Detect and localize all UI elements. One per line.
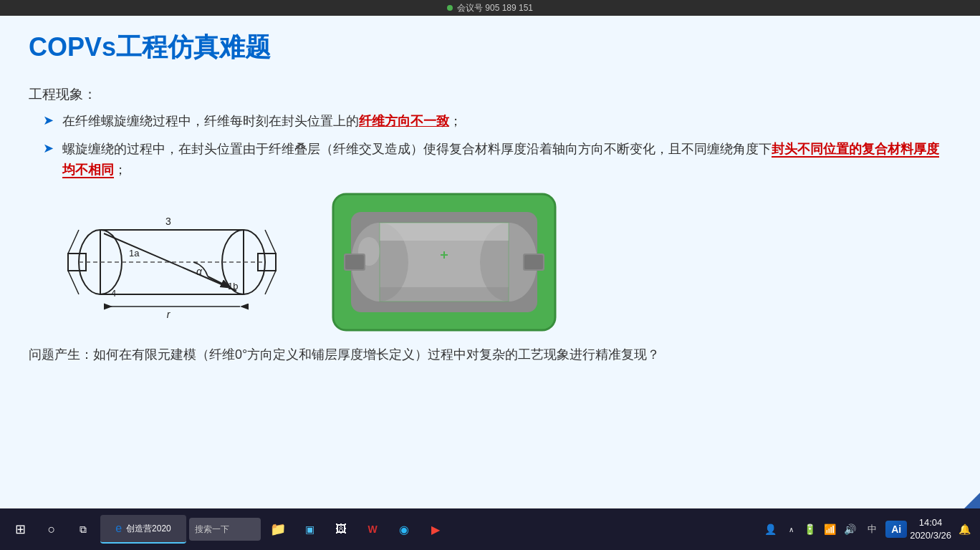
svg-text:1a: 1a xyxy=(129,248,140,259)
bullet1-suffix: ； xyxy=(449,114,462,128)
map-icon: ◉ xyxy=(399,523,409,536)
bullet1-prefix: 在纤维螺旋缠绕过程中，纤维每时刻在封头位置上的 xyxy=(62,114,359,128)
office-app-button[interactable]: W xyxy=(358,515,387,544)
svg-line-4 xyxy=(68,230,79,254)
svg-line-8 xyxy=(265,271,276,294)
office-icon: W xyxy=(368,524,377,535)
terminal-icon: ▣ xyxy=(305,524,314,535)
slide-title: COPVs工程仿真难题 xyxy=(29,30,951,71)
media-app-button[interactable]: 🖼 xyxy=(327,515,355,544)
battery-icon[interactable]: 🔋 xyxy=(801,515,818,544)
task-view-icon: ⧉ xyxy=(80,524,87,536)
media-icon: 🖼 xyxy=(335,523,347,536)
search-button[interactable]: ○ xyxy=(37,515,66,544)
svg-line-5 xyxy=(68,271,79,294)
3d-model xyxy=(330,190,559,334)
search-circle-icon: ○ xyxy=(48,522,56,537)
svg-rect-3 xyxy=(68,254,86,271)
meeting-info: 会议号 905 189 151 xyxy=(447,2,533,14)
status-dot xyxy=(447,5,453,11)
chevron-up-icon: ∧ xyxy=(789,526,794,534)
start-button[interactable]: ⊞ xyxy=(6,515,34,544)
ai-label: Ai xyxy=(891,524,901,535)
system-tray: 👤 ∧ 🔋 📶 🔊 中 Ai 14:04 2020/3/26 xyxy=(759,515,974,544)
map-app-button[interactable]: ◉ xyxy=(390,515,418,544)
svg-rect-32 xyxy=(380,287,509,301)
images-row: 3 1a α 1b 4 r xyxy=(57,190,951,334)
file-explorer-button[interactable]: 📁 xyxy=(264,515,292,544)
svg-text:α: α xyxy=(196,266,203,277)
notification-icon: 🔔 xyxy=(959,524,971,535)
date: 2020/3/26 xyxy=(910,529,951,542)
terminal-button[interactable]: ▣ xyxy=(295,515,324,544)
bullet-item-1: ➤ 在纤维螺旋缠绕过程中，纤维每时刻在封头位置上的纤维方向不一致； xyxy=(29,111,951,132)
section-label: 工程现象： xyxy=(29,85,951,104)
start-icon: ⊞ xyxy=(15,521,26,537)
notification-button[interactable]: 🔔 xyxy=(954,515,974,544)
folder-icon: 📁 xyxy=(270,521,286,537)
bullet1-highlight: 纤维方向不一致 xyxy=(359,114,449,128)
play-icon: ▶ xyxy=(431,523,440,536)
technical-diagram: 3 1a α 1b 4 r xyxy=(57,190,287,334)
language-button[interactable]: 中 xyxy=(861,515,883,544)
svg-text:4: 4 xyxy=(111,288,116,299)
meeting-bar: 会议号 905 189 151 xyxy=(0,0,980,16)
player-button[interactable]: ▶ xyxy=(421,515,450,544)
bullet2-text: 螺旋缠绕的过程中，在封头位置由于纤维叠层（纤维交叉造成）使得复合材料厚度沿着轴向… xyxy=(62,142,772,156)
svg-rect-28 xyxy=(524,255,543,269)
task-view-button[interactable]: ⧉ xyxy=(69,515,97,544)
svg-text:1b: 1b xyxy=(228,281,238,291)
svg-rect-26 xyxy=(345,255,364,269)
taskbar-time[interactable]: 14:04 2020/3/26 xyxy=(910,516,951,542)
taskbar: ⊞ ○ ⧉ e 创造营2020 搜索一下 📁 ▣ 🖼 W ◉ ▶ xyxy=(0,508,980,550)
network-icon[interactable]: 📶 xyxy=(821,515,838,544)
bullet-text-1: 在纤维螺旋缠绕过程中，纤维每时刻在封头位置上的纤维方向不一致； xyxy=(62,111,462,132)
bullet-arrow-2: ➤ xyxy=(43,140,54,156)
lang-badge: 中 xyxy=(868,523,877,536)
volume-icon[interactable]: 🔊 xyxy=(841,515,858,544)
ai-badge[interactable]: Ai xyxy=(885,521,907,538)
meeting-text: 会议号 905 189 151 xyxy=(457,2,533,14)
svg-line-7 xyxy=(265,230,276,254)
browser-icon: e xyxy=(115,522,122,535)
footer-text: 问题产生：如何在有限元建模（纤维0°方向定义和铺层厚度增长定义）过程中对复杂的工… xyxy=(29,344,951,365)
search-box[interactable]: 搜索一下 xyxy=(189,518,261,541)
bullet-text-2: 螺旋缠绕的过程中，在封头位置由于纤维叠层（纤维交叉造成）使得复合材料厚度沿着轴向… xyxy=(62,139,951,180)
clock: 14:04 xyxy=(910,516,951,529)
bullet-arrow-1: ➤ xyxy=(43,112,54,128)
browser-label: 创造营2020 xyxy=(126,523,171,535)
search-box-label: 搜索一下 xyxy=(195,524,229,536)
svg-rect-29 xyxy=(380,223,509,241)
bullet-item-2: ➤ 螺旋缠绕的过程中，在封头位置由于纤维叠层（纤维交叉造成）使得复合材料厚度沿着… xyxy=(29,139,951,180)
expand-tray-button[interactable]: ∧ xyxy=(784,515,798,544)
svg-text:3: 3 xyxy=(165,216,171,227)
bullet2-suffix: ； xyxy=(114,163,127,177)
slide-content: COPVs工程仿真难题 工程现象： ➤ 在纤维螺旋缠绕过程中，纤维每时刻在封头位… xyxy=(0,16,980,550)
people-icon[interactable]: 👤 xyxy=(759,515,781,544)
svg-text:r: r xyxy=(167,309,171,320)
browser-app[interactable]: e 创造营2020 xyxy=(100,515,186,544)
